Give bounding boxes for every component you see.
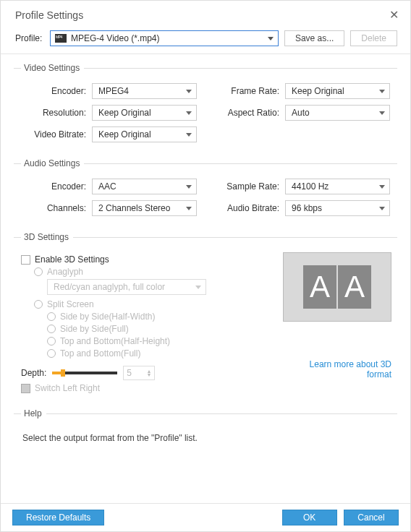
preview-letter-left: A: [303, 265, 336, 309]
profile-select[interactable]: MPEG-4 Video (*.mp4): [50, 30, 279, 46]
chevron-down-icon: [186, 111, 192, 115]
anaglyph-label: Anaglyph: [47, 267, 83, 277]
video-bitrate-select[interactable]: Keep Original: [92, 126, 197, 142]
chevron-down-icon: [379, 111, 385, 115]
resolution-value: Keep Original: [98, 108, 151, 118]
depth-value: 5: [127, 368, 132, 378]
samplerate-select[interactable]: 44100 Hz: [285, 179, 390, 194]
chevron-down-icon: [195, 286, 201, 289]
tb-full-label: Top and Bottom(Full): [60, 348, 140, 359]
profile-label: Profile:: [15, 33, 44, 43]
tb-half-label: Top and Bottom(Half-Height): [60, 336, 170, 346]
three-d-preview: A A: [283, 252, 391, 322]
profile-value: MPEG-4 Video (*.mp4): [71, 33, 160, 43]
aspect-ratio-select[interactable]: Auto: [285, 105, 390, 121]
tb-full-radio: [47, 349, 56, 358]
audio-settings-group: Audio Settings Encoder: AAC Sample Rate:…: [14, 158, 397, 228]
delete-button: Delete: [350, 30, 397, 46]
help-group: Help Select the output format from the "…: [14, 408, 397, 452]
resolution-select[interactable]: Keep Original: [92, 105, 197, 121]
split-screen-radio: [34, 300, 43, 309]
resolution-label: Resolution:: [21, 108, 86, 118]
help-legend: Help: [21, 408, 46, 419]
switch-lr-checkbox: [21, 384, 30, 393]
samplerate-label: Sample Rate:: [214, 181, 279, 192]
enable-3d-label: Enable 3D Settings: [35, 254, 109, 265]
aspect-ratio-label: Aspect Ratio:: [214, 108, 279, 118]
sbs-half-label: Side by Side(Half-Width): [60, 312, 155, 322]
chevron-down-icon: [186, 185, 192, 189]
video-settings-legend: Video Settings: [21, 63, 84, 73]
chevron-down-icon: [186, 133, 192, 137]
samplerate-value: 44100 Hz: [292, 181, 329, 192]
sbs-full-radio: [47, 325, 56, 333]
audio-bitrate-label: Audio Bitrate:: [214, 203, 279, 213]
split-screen-label: Split Screen: [47, 299, 94, 309]
sbs-full-label: Side by Side(Full): [60, 324, 129, 334]
framerate-select[interactable]: Keep Original: [285, 83, 390, 99]
three-d-legend: 3D Settings: [21, 232, 73, 242]
learn-3d-link[interactable]: Learn more about 3D format: [283, 359, 391, 379]
spin-down-icon: ▼: [146, 373, 151, 377]
audio-bitrate-value: 96 kbps: [292, 203, 322, 213]
depth-label: Depth:: [21, 368, 46, 378]
video-encoder-label: Encoder:: [21, 86, 86, 96]
video-encoder-select[interactable]: MPEG4: [92, 83, 197, 99]
video-settings-group: Video Settings Encoder: MPEG4 Frame Rate…: [14, 63, 397, 154]
chevron-down-icon: [186, 207, 192, 210]
chevron-down-icon: [379, 185, 385, 189]
anaglyph-type-select: Red/cyan anaglyph, full color: [47, 279, 206, 295]
audio-encoder-label: Encoder:: [21, 181, 86, 192]
chevron-down-icon: [268, 37, 274, 40]
help-text: Select the output format from the "Profi…: [17, 426, 394, 443]
slider-thumb-icon[interactable]: [61, 369, 65, 377]
anaglyph-radio: [34, 267, 43, 276]
preview-letter-right: A: [338, 265, 371, 309]
framerate-value: Keep Original: [292, 86, 344, 96]
depth-spinner: 5 ▲▼: [123, 366, 155, 380]
restore-defaults-button[interactable]: Restore Defaults: [12, 510, 104, 525]
enable-3d-checkbox[interactable]: [21, 255, 30, 265]
save-as-button[interactable]: Save as...: [284, 30, 344, 46]
channels-label: Channels:: [21, 203, 86, 213]
channels-select[interactable]: 2 Channels Stereo: [92, 200, 197, 216]
depth-slider[interactable]: [52, 372, 117, 374]
mp4-icon: [55, 34, 67, 43]
audio-encoder-select[interactable]: AAC: [92, 179, 197, 194]
aspect-ratio-value: Auto: [292, 108, 310, 118]
page-title: Profile Settings: [15, 9, 83, 21]
video-encoder-value: MPEG4: [98, 86, 129, 96]
chevron-down-icon: [379, 207, 385, 210]
audio-settings-legend: Audio Settings: [21, 158, 84, 168]
anaglyph-type-value: Red/cyan anaglyph, full color: [54, 282, 165, 292]
chevron-down-icon: [379, 90, 385, 93]
video-bitrate-value: Keep Original: [98, 129, 151, 140]
close-icon[interactable]: ✕: [389, 8, 399, 22]
ok-button[interactable]: OK: [282, 510, 337, 525]
sbs-half-radio: [47, 312, 56, 321]
tb-half-radio: [47, 337, 56, 346]
cancel-button[interactable]: Cancel: [344, 510, 399, 525]
audio-bitrate-select[interactable]: 96 kbps: [285, 200, 390, 216]
chevron-down-icon: [186, 90, 192, 93]
channels-value: 2 Channels Stereo: [98, 203, 170, 213]
framerate-label: Frame Rate:: [214, 86, 279, 96]
audio-encoder-value: AAC: [98, 181, 116, 192]
switch-lr-label: Switch Left Right: [35, 383, 100, 393]
video-bitrate-label: Video Bitrate:: [21, 129, 86, 140]
